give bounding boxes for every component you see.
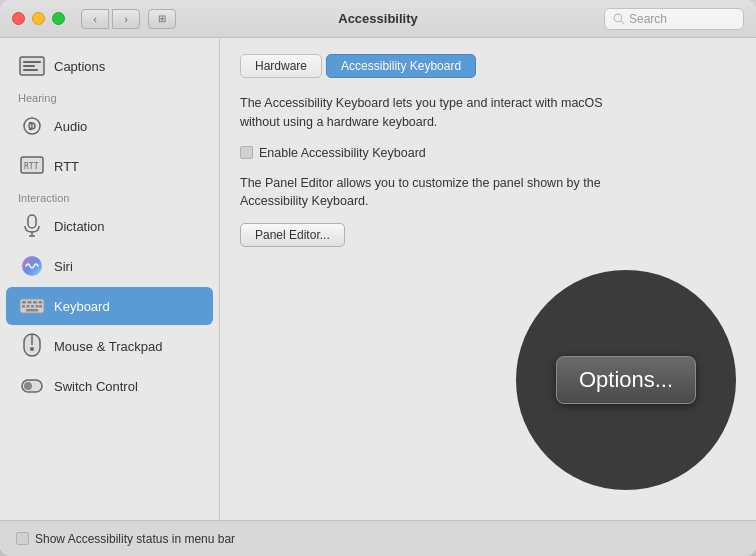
dictation-icon — [18, 212, 46, 240]
svg-rect-23 — [39, 305, 42, 308]
enable-checkbox[interactable] — [240, 146, 253, 159]
svg-rect-22 — [36, 305, 39, 308]
keyboard-description: The Accessibility Keyboard lets you type… — [240, 94, 620, 132]
enable-checkbox-label: Enable Accessibility Keyboard — [259, 146, 426, 160]
main-area: Captions Hearing Audio — [0, 38, 756, 520]
search-icon — [613, 13, 625, 25]
sidebar-item-label-switch: Switch Control — [54, 379, 138, 394]
sidebar-item-mouse-trackpad[interactable]: Mouse & Trackpad — [6, 327, 213, 365]
window-title: Accessibility — [338, 11, 418, 26]
captions-icon — [18, 52, 46, 80]
nav-buttons: ‹ › — [81, 9, 140, 29]
sidebar-item-captions[interactable]: Captions — [6, 47, 213, 85]
svg-rect-20 — [27, 305, 30, 308]
sidebar-item-label-keyboard: Keyboard — [54, 299, 110, 314]
sidebar-item-dictation[interactable]: Dictation — [6, 207, 213, 245]
svg-rect-4 — [23, 65, 35, 67]
svg-rect-16 — [28, 301, 32, 304]
forward-button[interactable]: › — [112, 9, 140, 29]
siri-icon — [18, 252, 46, 280]
tab-bar: Hardware Accessibility Keyboard — [240, 54, 736, 78]
tab-hardware[interactable]: Hardware — [240, 54, 322, 78]
options-button[interactable]: Options... — [556, 356, 696, 404]
sidebar-item-switch-control[interactable]: Switch Control — [6, 367, 213, 405]
rtt-icon: RTT — [18, 152, 46, 180]
options-overlay: Options... — [516, 270, 736, 490]
svg-text:RTT: RTT — [24, 162, 39, 171]
sidebar-item-siri[interactable]: Siri — [6, 247, 213, 285]
minimize-button[interactable] — [32, 12, 45, 25]
content-area: Hardware Accessibility Keyboard The Acce… — [220, 38, 756, 520]
search-box[interactable]: Search — [604, 8, 744, 30]
svg-line-1 — [621, 20, 624, 23]
sidebar-item-audio[interactable]: Audio — [6, 107, 213, 145]
panel-description: The Panel Editor allows you to customize… — [240, 174, 620, 212]
grid-button[interactable]: ⊞ — [148, 9, 176, 29]
audio-icon — [18, 112, 46, 140]
maximize-button[interactable] — [52, 12, 65, 25]
back-button[interactable]: ‹ — [81, 9, 109, 29]
sidebar-item-label-mouse: Mouse & Trackpad — [54, 339, 162, 354]
sidebar-item-label-audio: Audio — [54, 119, 87, 134]
traffic-lights — [12, 12, 65, 25]
search-placeholder: Search — [629, 12, 667, 26]
svg-rect-19 — [22, 305, 25, 308]
titlebar: ‹ › ⊞ Accessibility Search — [0, 0, 756, 38]
svg-point-27 — [30, 347, 34, 351]
svg-rect-17 — [33, 301, 37, 304]
svg-rect-10 — [28, 215, 36, 228]
close-button[interactable] — [12, 12, 25, 25]
sidebar-item-label-captions: Captions — [54, 59, 105, 74]
sidebar-section-interaction: Interaction — [0, 186, 219, 206]
sidebar-item-keyboard[interactable]: Keyboard — [6, 287, 213, 325]
sidebar-item-label-rtt: RTT — [54, 159, 79, 174]
status-checkbox-label: Show Accessibility status in menu bar — [35, 532, 235, 546]
svg-rect-5 — [23, 69, 38, 71]
keyboard-icon — [18, 292, 46, 320]
sidebar-section-hearing: Hearing — [0, 86, 219, 106]
sidebar: Captions Hearing Audio — [0, 38, 220, 520]
mouse-icon — [18, 332, 46, 360]
tab-accessibility-keyboard[interactable]: Accessibility Keyboard — [326, 54, 476, 78]
panel-editor-button[interactable]: Panel Editor... — [240, 223, 345, 247]
svg-rect-24 — [26, 309, 38, 312]
bottom-checkbox-row[interactable]: Show Accessibility status in menu bar — [16, 532, 235, 546]
svg-point-29 — [24, 382, 32, 390]
bottom-bar: Show Accessibility status in menu bar — [0, 520, 756, 556]
svg-rect-21 — [31, 305, 34, 308]
sidebar-item-label-dictation: Dictation — [54, 219, 105, 234]
enable-checkbox-row[interactable]: Enable Accessibility Keyboard — [240, 146, 736, 160]
svg-rect-18 — [39, 301, 43, 304]
svg-rect-15 — [22, 301, 26, 304]
sidebar-item-label-siri: Siri — [54, 259, 73, 274]
switch-icon — [18, 372, 46, 400]
svg-rect-3 — [23, 61, 41, 63]
status-checkbox[interactable] — [16, 532, 29, 545]
window: ‹ › ⊞ Accessibility Search — [0, 0, 756, 556]
svg-point-13 — [22, 256, 42, 276]
sidebar-item-rtt[interactable]: RTT RTT — [6, 147, 213, 185]
